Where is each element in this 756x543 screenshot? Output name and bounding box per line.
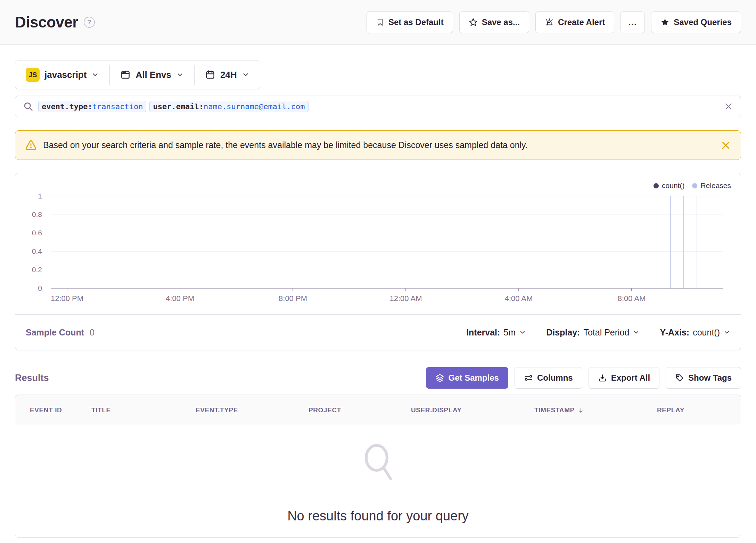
control-value: 5m [503,327,516,338]
help-icon[interactable]: ? [84,17,95,28]
control-value: Total Period [583,327,629,338]
x-axis-tick [293,288,293,291]
star-filled-icon [660,18,669,27]
empty-state-text: No results found for your query [287,509,469,524]
empty-state: No results found for your query [15,425,741,537]
events-chart: count() Releases 1 0.8 0.6 0.4 0.2 0 [15,173,741,315]
gridline [51,251,723,252]
search-empty-icon [357,439,399,495]
chart-footer: Sample Count 0 Interval: 5m Display: Tot… [15,314,741,350]
y-axis-tick-label: 1 [18,192,42,200]
search-token-event-type[interactable]: event.type:transaction [38,101,146,112]
column-header-project[interactable]: PROJECT [309,395,341,425]
search-bar[interactable]: event.type:transaction user.email:name.s… [15,96,741,117]
project-filter-dropdown[interactable]: JS javascript [15,60,109,89]
gridline [51,233,723,233]
legend-label: count() [662,181,684,190]
column-label: REPLAY [657,406,684,414]
results-table: EVENT ID TITLE EVENT.TYPE PROJECT USER.D… [15,395,741,538]
column-header-title[interactable]: TITLE [91,395,111,425]
column-label: PROJECT [309,406,341,414]
search-token-user-email[interactable]: user.email:name.surname@email.com [149,101,308,112]
calendar-icon [205,70,215,80]
y-axis-tick-label: 0.2 [18,266,42,274]
clear-search-icon[interactable] [724,102,733,111]
create-alert-button[interactable]: Create Alert [535,11,614,33]
window-icon [120,70,131,80]
set-as-default-button[interactable]: Set as Default [367,11,453,33]
column-label: TITLE [91,406,111,414]
column-header-event-id[interactable]: EVENT ID [30,395,62,425]
search-query-input[interactable]: event.type:transaction user.email:name.s… [38,101,719,112]
filter-bar: JS javascript All Envs 24H [15,60,260,89]
column-header-replay[interactable]: REPLAY [657,395,684,425]
control-label: Y-Axis: [660,327,689,338]
chevron-down-icon [723,329,730,336]
title-wrap: Discover ? [15,14,95,31]
time-range-dropdown[interactable]: 24H [195,60,260,89]
dismiss-warning-icon[interactable] [721,140,731,151]
chevron-down-icon [519,329,526,336]
interval-dropdown[interactable]: Interval: 5m [466,327,526,338]
button-label: Export All [611,373,650,383]
legend-item-releases[interactable]: Releases [692,181,731,190]
time-range-label: 24H [220,70,237,80]
x-axis-tick [180,288,180,291]
sliders-icon [524,373,533,382]
legend-label: Releases [700,181,731,190]
results-title: Results [15,373,49,383]
more-options-button[interactable]: … [621,11,645,33]
warning-triangle-icon [25,139,37,151]
environment-filter-label: All Envs [135,70,171,80]
release-marker-line [670,196,671,288]
alert-siren-icon [545,18,554,27]
legend-item-count[interactable]: count() [654,181,684,190]
search-icon [23,101,33,112]
chevron-down-icon [91,71,99,79]
x-axis-tick-label: 4:00 PM [152,294,208,303]
x-axis-tick [518,288,519,291]
column-label: USER.DISPLAY [411,406,462,414]
control-label: Interval: [466,327,500,338]
show-tags-button[interactable]: Show Tags [666,367,741,389]
warning-text: Based on your search criteria and sample… [43,140,714,150]
save-as-button[interactable]: Save as... [459,11,529,33]
columns-button[interactable]: Columns [515,367,582,389]
display-dropdown[interactable]: Display: Total Period [546,327,640,338]
column-header-user-display[interactable]: USER.DISPLAY [411,395,462,425]
column-header-event-type[interactable]: EVENT.TYPE [196,395,238,425]
layers-icon [435,373,444,382]
saved-queries-button[interactable]: Saved Queries [651,11,741,33]
sample-count-value: 0 [90,327,94,338]
column-label: EVENT ID [30,406,62,414]
y-axis-tick-label: 0.4 [18,247,42,256]
header-actions: Set as Default Save as... Create Alert … [367,11,741,33]
chevron-down-icon [176,71,184,79]
button-label: Save as... [482,17,520,27]
export-all-button[interactable]: Export All [589,367,659,389]
project-filter-label: javascript [44,70,87,80]
page-header: Discover ? Set as Default Save as... C [0,0,756,44]
chevron-down-icon [242,71,249,79]
control-value: count() [693,327,720,338]
y-axis-dropdown[interactable]: Y-Axis: count() [660,327,730,338]
star-outline-icon [469,18,478,27]
button-label: Get Samples [449,373,499,383]
sampled-data-warning-banner: Based on your search criteria and sample… [15,130,741,160]
environment-filter-dropdown[interactable]: All Envs [110,60,194,89]
column-header-timestamp[interactable]: TIMESTAMP [534,395,584,425]
button-label: Create Alert [558,17,605,27]
count-series-dot-icon [654,183,659,188]
sample-count: Sample Count 0 [26,327,94,338]
token-value: transaction [92,102,143,111]
gridline [51,196,723,196]
chart-legend: count() Releases [654,181,731,190]
x-axis-tick-label: 12:00 PM [39,294,95,303]
chevron-down-icon [633,329,640,336]
button-label: Set as Default [388,17,444,27]
get-samples-button[interactable]: Get Samples [426,367,508,389]
token-key: event.type: [42,102,92,111]
results-toolbar: Results Get Samples Columns Export All [15,367,741,389]
bookmark-icon [376,18,384,26]
x-axis-tick-label: 8:00 PM [265,294,321,303]
